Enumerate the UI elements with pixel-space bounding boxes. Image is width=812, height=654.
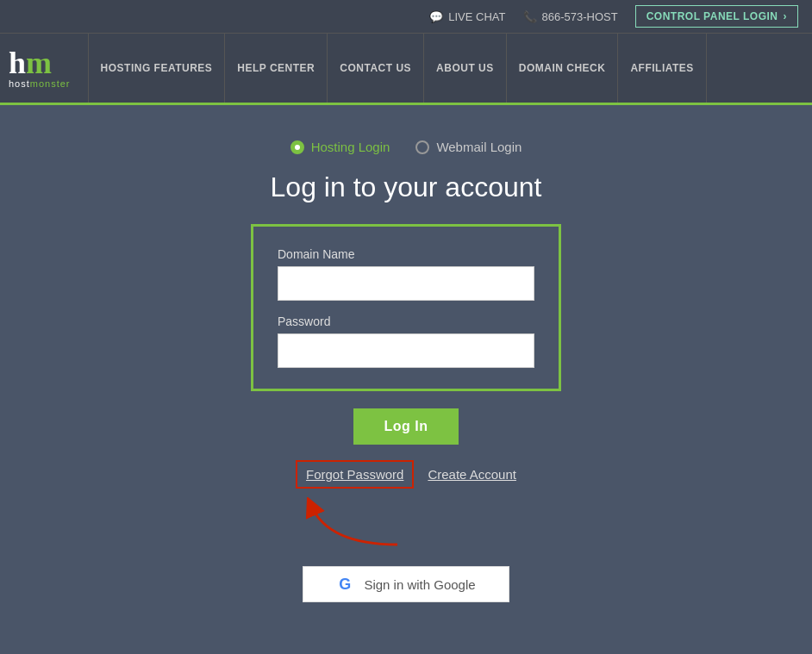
password-label: Password (278, 315, 534, 328)
logo-host-text: host (9, 78, 30, 89)
domain-label: Domain Name (278, 247, 534, 261)
live-chat-link[interactable]: 💬 LIVE CHAT (429, 10, 505, 23)
phone-link[interactable]: 📞 866-573-HOST (523, 10, 618, 23)
nav-contact-us[interactable]: CONTACT US (328, 34, 424, 103)
control-panel-label: CONTROL PANEL LOGIN (646, 10, 778, 22)
password-input[interactable] (278, 333, 534, 368)
login-type-selector: Hosting Login Webmail Login (290, 140, 522, 154)
nav-about-us[interactable]: ABOUT US (424, 34, 507, 103)
hosting-login-option[interactable]: Hosting Login (290, 140, 390, 154)
google-signin-label: Sign in with Google (364, 577, 475, 592)
nav-hosting-features[interactable]: HOSTING FEATURES (88, 34, 226, 103)
phone-icon: 📞 (523, 10, 537, 23)
main-nav: HOSTING FEATURES HELP CENTER CONTACT US … (88, 34, 803, 103)
arrow-container (251, 497, 561, 557)
links-row: Forgot Password Create Account (296, 460, 516, 489)
top-bar: 💬 LIVE CHAT 📞 866-573-HOST CONTROL PANEL… (0, 0, 812, 34)
live-chat-label: LIVE CHAT (448, 10, 505, 23)
nav-help-center[interactable]: HELP CENTER (225, 34, 328, 103)
page-title: Log in to your account (271, 171, 542, 203)
login-form-box: Domain Name Password (251, 224, 561, 391)
links-section: Forgot Password Create Account (251, 460, 561, 557)
main-content: Hosting Login Webmail Login Log in to yo… (0, 105, 812, 654)
domain-input[interactable] (278, 266, 534, 301)
logo-monster-text: monster (30, 78, 71, 89)
webmail-login-label: Webmail Login (436, 140, 522, 154)
login-button[interactable]: Log In (353, 408, 459, 445)
nav-domain-check[interactable]: DOMAIN CHECK (507, 34, 619, 103)
hosting-login-label: Hosting Login (311, 140, 390, 154)
phone-number: 866-573-HOST (542, 10, 618, 23)
hosting-radio[interactable] (290, 140, 304, 154)
red-arrow-svg (277, 497, 415, 553)
chat-icon: 💬 (429, 10, 443, 23)
arrow-icon: › (784, 10, 788, 22)
webmail-login-option[interactable]: Webmail Login (415, 140, 522, 154)
logo-link[interactable]: h m host monster (9, 39, 88, 97)
logo-image: h m host monster (9, 47, 71, 89)
google-logo: G (336, 576, 353, 593)
header: h m host monster HOSTING FEATURES HELP C… (0, 34, 812, 105)
control-panel-button[interactable]: CONTROL PANEL LOGIN › (635, 5, 798, 28)
forgot-password-link[interactable]: Forgot Password (296, 460, 414, 489)
create-account-link[interactable]: Create Account (428, 467, 516, 482)
logo-h-letter: h (9, 47, 26, 78)
webmail-radio[interactable] (415, 140, 429, 154)
nav-affiliates[interactable]: AFFILIATES (618, 34, 706, 103)
logo-m-letter: m (26, 47, 52, 78)
google-signin-button[interactable]: G Sign in with Google (303, 566, 509, 602)
